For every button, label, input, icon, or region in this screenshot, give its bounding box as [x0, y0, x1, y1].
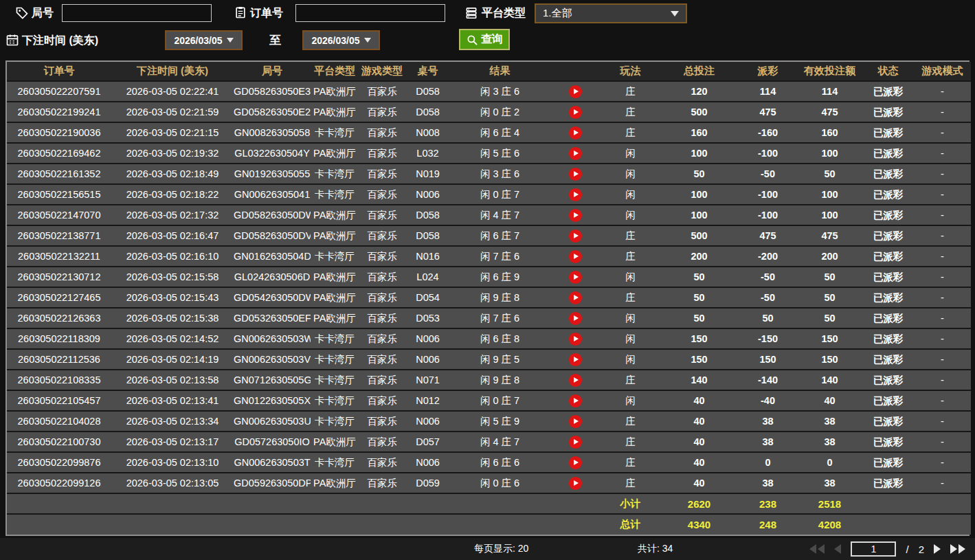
round-number-input[interactable]	[62, 4, 212, 22]
play-circle-icon[interactable]	[569, 188, 582, 201]
play-circle-icon[interactable]	[569, 477, 582, 490]
cell-status: 已派彩	[862, 370, 914, 390]
bet-records-screen: { "colors": { "header_text": "#d8b570", …	[0, 0, 975, 560]
cell-bet-type: 庄	[601, 246, 660, 267]
cell-bet-type: 庄	[601, 452, 660, 473]
cell-platform: 卡卡湾厅	[311, 370, 359, 390]
total-count-label: 共计: 34	[638, 543, 673, 555]
cell-round-id: GN0122630505X	[234, 390, 311, 411]
table-row: 2603050220998762026-03-05 02:13:10GN0062…	[7, 452, 971, 473]
cell-bet-type: 庄	[601, 473, 660, 493]
cell-payout: -50	[739, 267, 797, 287]
play-circle-icon[interactable]	[569, 415, 582, 428]
play-circle-icon[interactable]	[569, 106, 582, 119]
cell-order-id: 260305022161352	[7, 164, 111, 184]
play-circle-icon[interactable]	[569, 250, 582, 263]
cell-round-id: GD054263050DW	[234, 287, 311, 308]
cell-status: 已派彩	[862, 308, 914, 328]
play-circle-icon[interactable]	[569, 85, 582, 98]
cell-table-no: D058	[405, 225, 450, 246]
last-page-icon[interactable]	[950, 544, 965, 554]
cell-total-bet: 150	[660, 349, 739, 370]
cell-replay	[550, 164, 601, 184]
order-number-input[interactable]	[295, 4, 445, 22]
cell-bet-time: 2026-03-05 02:15:58	[111, 267, 234, 287]
table-row: 2603050221054572026-03-05 02:13:41GN0122…	[7, 390, 971, 411]
table-row: 2603050221694622026-03-05 02:19:32GL0322…	[7, 143, 971, 164]
cell-total-bet: 100	[660, 143, 739, 164]
cell-round-id: GD059263050DP	[234, 473, 311, 493]
cell-order-id: 260305022127465	[7, 287, 111, 308]
cell-status: 已派彩	[862, 267, 914, 287]
play-circle-icon[interactable]	[569, 229, 582, 243]
column-header: 平台类型	[311, 62, 359, 81]
play-circle-icon[interactable]	[569, 456, 582, 469]
cell-result: 闲 0 庄 7	[450, 390, 550, 411]
cell-bet-time: 2026-03-05 02:21:15	[111, 122, 234, 143]
play-circle-icon[interactable]	[569, 436, 582, 449]
round-number-label: 局号	[32, 6, 54, 21]
cell-result: 闲 5 庄 6	[450, 143, 550, 164]
date-from-picker[interactable]: 2026/03/05	[165, 30, 243, 50]
per-page-label: 每页显示: 20	[474, 543, 528, 555]
cell-payout: -160	[739, 122, 797, 143]
cell-order-id: 260305022169462	[7, 143, 111, 164]
cell-result: 闲 6 庄 4	[450, 122, 550, 143]
cell-game-mode: -	[914, 81, 971, 102]
cell-status: 已派彩	[862, 411, 914, 432]
cell-game-mode: -	[914, 164, 971, 184]
cell-payout: 38	[739, 473, 797, 493]
cell-game-mode: -	[914, 246, 971, 267]
cell-bet-type: 庄	[601, 102, 660, 122]
cell-status: 已派彩	[862, 432, 914, 452]
cell-bet-time: 2026-03-05 02:14:52	[111, 328, 234, 349]
platform-type-select[interactable]: 1.全部	[535, 3, 687, 23]
table-row: 2603050221992412026-03-05 02:21:59GD0582…	[7, 102, 971, 122]
play-circle-icon[interactable]	[569, 168, 582, 181]
play-circle-icon[interactable]	[569, 126, 582, 139]
table-row: 2603050221613522026-03-05 02:18:49GN0192…	[7, 164, 971, 184]
search-button[interactable]: 查询	[459, 29, 510, 50]
cell-platform: 卡卡湾厅	[311, 452, 359, 473]
cell-order-id: 260305022147070	[7, 205, 111, 225]
cell-valid-bet: 100	[797, 184, 862, 205]
play-circle-icon[interactable]	[569, 374, 582, 387]
play-circle-icon[interactable]	[569, 147, 582, 160]
cell-replay	[550, 432, 601, 452]
cell-bet-type: 庄	[601, 122, 660, 143]
cell-bet-time: 2026-03-05 02:13:10	[111, 452, 234, 473]
cell-round-id: GD057263050IO	[234, 432, 311, 452]
play-circle-icon[interactable]	[569, 312, 582, 325]
cell-payout: 0	[739, 452, 797, 473]
date-to-picker[interactable]: 2026/03/05	[302, 30, 380, 50]
cell-game-type: 百家乐	[359, 411, 405, 432]
cell-valid-bet: 38	[797, 473, 862, 493]
cell-bet-type: 闲	[601, 390, 660, 411]
cell-game-type: 百家乐	[359, 267, 405, 287]
first-page-icon[interactable]	[809, 544, 825, 554]
table-row: 2603050221900362026-03-05 02:21:15GN0082…	[7, 122, 971, 143]
cell-bet-type: 庄	[601, 411, 660, 432]
next-page-icon[interactable]	[934, 544, 941, 554]
column-header: 结果	[450, 62, 550, 81]
platform-type-selected-value: 1.全部	[543, 7, 572, 20]
cell-round-id: GD058263050E3	[234, 81, 311, 102]
cell-game-mode: -	[914, 205, 971, 225]
cell-bet-type: 闲	[601, 143, 660, 164]
cell-game-type: 百家乐	[359, 184, 405, 205]
previous-page-icon[interactable]	[834, 544, 841, 554]
cell-status: 已派彩	[862, 452, 914, 473]
cell-table-no: N006	[405, 349, 450, 370]
play-circle-icon[interactable]	[569, 271, 582, 284]
cell-replay	[550, 184, 601, 205]
play-circle-icon[interactable]	[569, 291, 582, 304]
cell-table-no: D059	[405, 473, 450, 493]
cell-result: 闲 6 庄 7	[450, 225, 550, 246]
play-circle-icon[interactable]	[569, 394, 582, 407]
cell-total-bet: 40	[660, 411, 739, 432]
cell-payout: 38	[739, 432, 797, 452]
play-circle-icon[interactable]	[569, 353, 582, 366]
page-number-input[interactable]	[851, 541, 896, 557]
play-circle-icon[interactable]	[569, 333, 582, 346]
play-circle-icon[interactable]	[569, 209, 582, 222]
